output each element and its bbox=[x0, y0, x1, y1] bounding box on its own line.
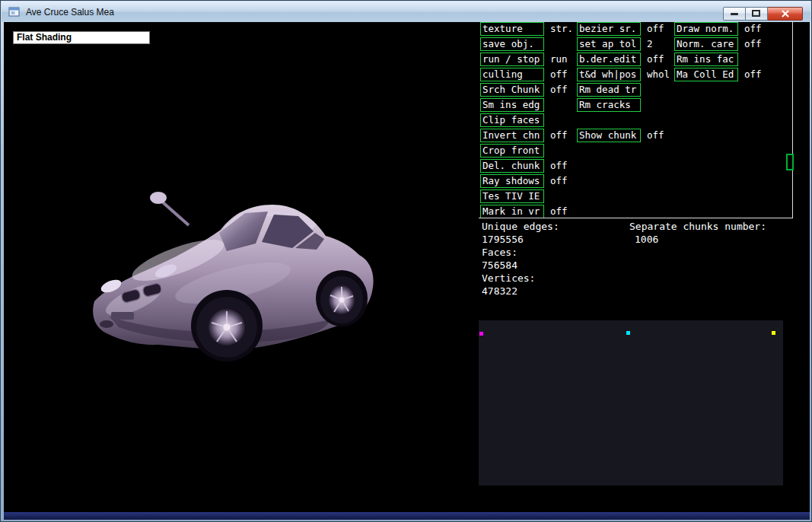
menu-value-b-der-edit: off bbox=[647, 53, 664, 66]
menu-button-texture[interactable]: texture bbox=[480, 22, 544, 36]
menu-button-del-chunk[interactable]: Del. chunk bbox=[480, 159, 544, 173]
menu-value-set-ap-tol: 2 bbox=[647, 37, 653, 51]
cyan-dot bbox=[626, 331, 630, 335]
menu-value-invert-chn: off bbox=[550, 129, 568, 142]
faces-value: 756584 bbox=[482, 259, 559, 272]
menu-value-del-chunk: off bbox=[550, 159, 568, 173]
minimap-panel[interactable] bbox=[479, 320, 783, 485]
menu-right-border bbox=[792, 22, 793, 218]
menu-button-rm-ins-fac[interactable]: Rm ins fac bbox=[674, 53, 738, 66]
menu-value-ray-shdows: off bbox=[550, 174, 568, 188]
menu-value-t-d-wh-pos: whol bbox=[647, 68, 670, 81]
menu-button-invert-chn[interactable]: Invert chn bbox=[480, 129, 544, 142]
app-window: Ave Cruce Salus Mea Flat Shading bbox=[0, 0, 812, 522]
menu-button-sm-ins-edg[interactable]: Sm ins edg bbox=[480, 98, 544, 112]
menu-value-srch-chunk: off bbox=[550, 83, 568, 97]
menu-button-b-der-edit[interactable]: b.der.edit bbox=[577, 53, 641, 66]
menu-value-ma-coll-ed: off bbox=[744, 68, 762, 81]
menu-button-draw-norm[interactable]: Draw norm. bbox=[674, 22, 738, 36]
menu-button-ma-coll-ed[interactable]: Ma Coll Ed bbox=[674, 68, 738, 81]
menu-button-srch-chunk[interactable]: Srch Chunk bbox=[480, 83, 544, 97]
menu-value-draw-norm: off bbox=[744, 22, 762, 36]
menu-button-bezier-sr[interactable]: bezier sr. bbox=[577, 22, 641, 36]
menu-value-bezier-sr: off bbox=[647, 22, 664, 36]
menu-value-run-stop: run bbox=[550, 53, 568, 66]
menu-value-culling: off bbox=[550, 68, 568, 81]
menu-button-ray-shdows[interactable]: Ray shdows bbox=[480, 174, 544, 188]
chunks-value: 1006 bbox=[629, 233, 766, 246]
menu-button-crop-front[interactable]: Crop front bbox=[480, 144, 544, 158]
chunk-stats: Separate chunks number: 1006 bbox=[629, 220, 766, 246]
menu-button-save-obj[interactable]: save obj. bbox=[480, 37, 544, 51]
faces-label: Faces: bbox=[482, 246, 559, 259]
vertices-value: 478322 bbox=[482, 285, 559, 298]
menu-button-show-chunk[interactable]: Show chunk bbox=[577, 129, 641, 142]
chunks-label: Separate chunks number: bbox=[629, 220, 766, 233]
menu-value-mark-in-vr: off bbox=[550, 205, 568, 218]
menu-button-t-d-wh-pos[interactable]: t&d wh|pos bbox=[577, 68, 641, 81]
menu-button-rm-dead-tr[interactable]: Rm dead tr bbox=[577, 83, 641, 97]
vertices-label: Vertices: bbox=[482, 272, 559, 285]
mesh-stats: Unique edges: 1795556 Faces: 756584 Vert… bbox=[482, 220, 559, 298]
menu-button-mark-in-vr[interactable]: Mark in vr bbox=[480, 205, 544, 218]
menu-button-culling[interactable]: culling bbox=[480, 68, 544, 81]
unique-edges-value: 1795556 bbox=[482, 233, 559, 246]
menu-button-tes-tiv-ie[interactable]: Tes TIV IE bbox=[480, 189, 544, 203]
menu-separator-line bbox=[479, 218, 793, 218]
menu-button-norm-care[interactable]: Norm. care bbox=[674, 37, 738, 51]
menu-value-texture: str. bbox=[550, 22, 573, 36]
menu-button-clip-faces[interactable]: Clip faces bbox=[480, 113, 544, 127]
menu-button-run-stop[interactable]: run / stop bbox=[480, 53, 544, 66]
unique-edges-label: Unique edges: bbox=[482, 220, 559, 233]
menu-value-norm-care: off bbox=[744, 37, 762, 51]
selection-marker bbox=[786, 154, 794, 170]
magenta-dot bbox=[479, 332, 483, 336]
yellow-dot bbox=[772, 331, 775, 335]
menu-button-set-ap-tol[interactable]: set ap tol bbox=[577, 37, 641, 51]
menu-button-rm-cracks[interactable]: Rm cracks bbox=[577, 98, 641, 112]
menu-value-show-chunk: off bbox=[647, 129, 664, 142]
